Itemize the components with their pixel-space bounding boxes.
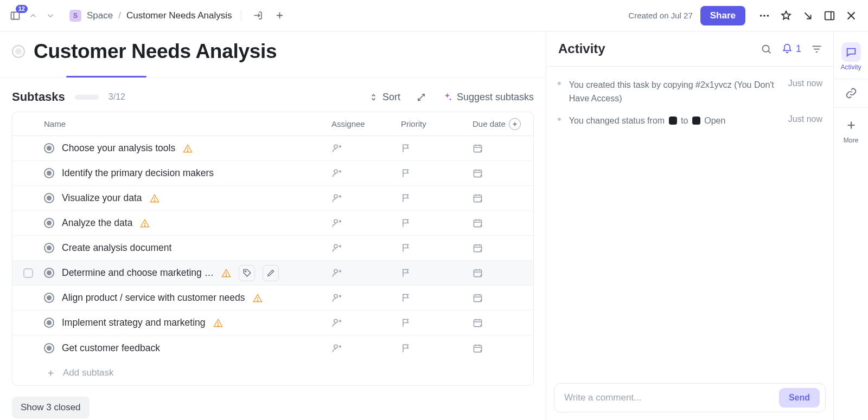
priority-cell[interactable] — [395, 243, 467, 253]
assignee-cell[interactable] — [326, 143, 395, 153]
status-dot[interactable] — [44, 168, 54, 178]
expand-button[interactable] — [417, 93, 426, 102]
table-row[interactable]: Visualize your data — [12, 186, 533, 211]
status-dot[interactable] — [44, 143, 54, 153]
status-dot[interactable] — [44, 218, 54, 228]
assignee-cell[interactable] — [326, 318, 395, 328]
panel-toggle-button[interactable] — [820, 7, 839, 25]
favorite-button[interactable] — [777, 7, 795, 25]
svg-point-5 — [187, 150, 188, 151]
task-name: Visualize your data — [62, 192, 142, 204]
col-due[interactable]: Due date — [467, 118, 533, 130]
table-row[interactable]: Determine and choose marketing … — [12, 261, 533, 286]
svg-point-26 — [334, 319, 337, 322]
assignee-cell[interactable] — [326, 268, 395, 278]
add-subtask-row[interactable]: Add subtask — [12, 360, 533, 385]
rename-button[interactable] — [263, 265, 279, 281]
priority-cell[interactable] — [395, 168, 467, 178]
assignee-cell[interactable] — [326, 193, 395, 203]
flag-icon — [401, 168, 411, 178]
table-row[interactable]: Choose your analysis tools — [12, 136, 533, 161]
activity-search-button[interactable] — [761, 43, 772, 55]
rail-more[interactable]: More — [834, 111, 868, 148]
status-dot[interactable] — [44, 268, 54, 278]
show-closed-button[interactable]: Show 3 closed — [12, 397, 90, 418]
rail-activity[interactable]: Activity — [834, 38, 868, 75]
page-title[interactable]: Customer Needs Analysis — [34, 40, 277, 63]
rail-more-label: More — [844, 137, 858, 144]
status-dot[interactable] — [44, 343, 54, 353]
created-on-label[interactable]: Created on Jul 27 — [628, 11, 692, 20]
sort-button[interactable]: Sort — [369, 92, 400, 103]
row-checkbox[interactable] — [23, 268, 33, 278]
collapse-button[interactable] — [799, 7, 817, 25]
add-button[interactable] — [272, 8, 288, 24]
col-assignee[interactable]: Assignee — [326, 119, 395, 128]
priority-cell[interactable] — [395, 343, 467, 353]
priority-cell[interactable] — [395, 218, 467, 228]
svg-rect-0 — [11, 12, 20, 19]
close-button[interactable] — [842, 7, 860, 25]
table-row[interactable]: Analyze the data — [12, 211, 533, 236]
assignee-cell[interactable] — [326, 168, 395, 178]
due-cell[interactable] — [467, 218, 533, 228]
rail-link[interactable] — [834, 79, 868, 108]
nav-back-button[interactable] — [26, 9, 40, 23]
assignee-cell[interactable] — [326, 293, 395, 303]
status-dot[interactable] — [44, 318, 54, 328]
send-button[interactable]: Send — [779, 388, 820, 408]
calendar-add-icon — [473, 318, 483, 328]
search-icon — [761, 43, 772, 55]
task-status-bubble[interactable] — [12, 45, 25, 58]
col-priority[interactable]: Priority — [395, 119, 467, 128]
priority-cell[interactable] — [395, 193, 467, 203]
topbar: 12 S Space / Customer Needs Analysis Cre… — [0, 0, 868, 31]
svg-point-14 — [334, 219, 337, 223]
status-dot[interactable] — [44, 293, 54, 303]
due-cell[interactable] — [467, 293, 533, 303]
table-row[interactable]: Identify the primary decision makers — [12, 161, 533, 186]
due-cell[interactable] — [467, 268, 533, 278]
tag-button[interactable] — [239, 265, 255, 281]
assignee-cell[interactable] — [326, 343, 395, 353]
due-cell[interactable] — [467, 343, 533, 353]
comment-input[interactable] — [564, 392, 774, 403]
warning-icon — [140, 218, 150, 228]
col-name[interactable]: Name — [44, 119, 326, 128]
sort-label: Sort — [382, 92, 400, 103]
assignee-cell[interactable] — [326, 218, 395, 228]
priority-cell[interactable] — [395, 268, 467, 278]
due-cell[interactable] — [467, 318, 533, 328]
status-dot[interactable] — [44, 193, 54, 203]
activity-filter-button[interactable] — [811, 43, 822, 55]
space-chip[interactable]: S — [69, 10, 81, 22]
move-task-button[interactable] — [250, 8, 266, 24]
share-button[interactable]: Share — [700, 6, 745, 25]
table-row[interactable]: Get customer feedback — [12, 335, 533, 360]
svg-point-23 — [334, 294, 337, 298]
table-row[interactable]: Align product / service with customer ne… — [12, 286, 533, 311]
breadcrumb-current[interactable]: Customer Needs Analysis — [126, 10, 232, 21]
notif-count: 1 — [796, 43, 801, 55]
table-row[interactable]: Implement strategy and marketing — [12, 311, 533, 335]
due-cell[interactable] — [467, 193, 533, 203]
toggle-sidebar-button[interactable]: 12 — [8, 8, 23, 23]
due-cell[interactable] — [467, 143, 533, 153]
more-menu-button[interactable] — [755, 7, 774, 25]
priority-cell[interactable] — [395, 318, 467, 328]
assignee-cell[interactable] — [326, 243, 395, 253]
svg-point-19 — [245, 271, 246, 272]
due-cell[interactable] — [467, 243, 533, 253]
notifications-button[interactable]: 1 — [782, 43, 801, 55]
status-dot[interactable] — [44, 243, 54, 253]
nav-forward-button[interactable] — [43, 9, 58, 23]
suggest-subtasks-button[interactable]: Suggest subtasks — [442, 92, 534, 103]
due-cell[interactable] — [467, 168, 533, 178]
priority-cell[interactable] — [395, 293, 467, 303]
chevron-down-icon — [46, 11, 55, 21]
add-column-button[interactable] — [509, 118, 521, 130]
priority-cell[interactable] — [395, 143, 467, 153]
breadcrumb-space[interactable]: Space — [87, 10, 113, 21]
svg-point-10 — [154, 200, 155, 201]
table-row[interactable]: Create analysis document — [12, 236, 533, 261]
